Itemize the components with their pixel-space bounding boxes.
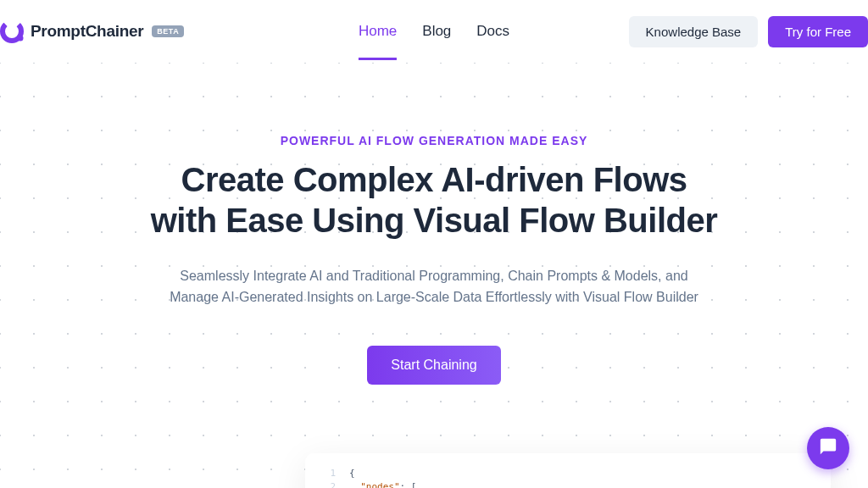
chat-icon (819, 437, 837, 459)
svg-point-1 (18, 36, 24, 42)
hero-eyebrow: POWERFUL AI FLOW GENERATION MADE EASY (0, 134, 868, 147)
line-number: 1 (320, 467, 336, 481)
line-number: 2 (320, 480, 336, 488)
start-chaining-button[interactable]: Start Chaining (367, 346, 500, 385)
header-actions: Knowledge Base Try for Free (629, 16, 868, 47)
code-preview-card: 1 { 2 "nodes": [ 3 { (305, 453, 831, 489)
brand-name: PromptChainer (31, 22, 143, 41)
main-nav: Home Blog Docs (359, 3, 509, 60)
knowledge-base-button[interactable]: Knowledge Base (629, 16, 759, 47)
code-content: "nodes": [ (349, 480, 416, 488)
hero-title-line1: Create Complex AI-driven Flows (181, 161, 687, 198)
try-for-free-button[interactable]: Try for Free (768, 16, 868, 47)
nav-blog[interactable]: Blog (422, 3, 451, 60)
chat-widget-button[interactable] (807, 427, 849, 469)
hero-title-line2: with Ease Using Visual Flow Builder (151, 202, 718, 239)
hero-section: POWERFUL AI FLOW GENERATION MADE EASY Cr… (0, 63, 868, 385)
logo-icon (0, 19, 24, 43)
brand-logo[interactable]: PromptChainer BETA (0, 19, 184, 43)
nav-docs[interactable]: Docs (476, 3, 509, 60)
code-line: 2 "nodes": [ (320, 480, 815, 488)
hero-subtitle: Seamlessly Integrate AI and Traditional … (163, 266, 705, 308)
hero-title: Create Complex AI-driven Flows with Ease… (0, 159, 868, 241)
code-line: 1 { (320, 467, 815, 481)
beta-badge: BETA (152, 25, 184, 37)
site-header: PromptChainer BETA Home Blog Docs Knowle… (0, 0, 868, 63)
code-content: { (349, 467, 355, 481)
nav-home[interactable]: Home (359, 3, 397, 60)
